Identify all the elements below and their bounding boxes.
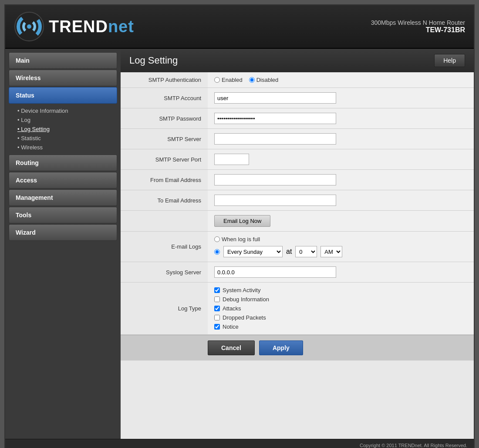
sidebar-item-access[interactable]: Access: [9, 172, 117, 189]
syslog-server-row: Syslog Server: [121, 262, 474, 283]
syslog-server-input[interactable]: [214, 266, 336, 278]
scheduled-send-row: Every Sunday Every Monday Every Tuesday …: [214, 246, 467, 257]
footer: Copyright © 2011 TRENDnet. All Rights Re…: [5, 439, 474, 448]
smtp-account-label: SMTP Account: [121, 88, 208, 108]
hour-select[interactable]: 0123 4567 891011 12131415 16171819 20212…: [295, 246, 317, 257]
dropped-packets-checkbox[interactable]: [214, 315, 220, 320]
sidebar-item-wireless[interactable]: Wireless: [9, 70, 117, 86]
from-email-row: From Email Address: [121, 170, 474, 190]
log-type-label: Log Type: [121, 283, 208, 335]
email-log-now-empty-label: [121, 211, 208, 232]
email-logs-label: E-mail Logs: [121, 232, 208, 262]
email-logs-input-cell: When log is full Every Sunday: [208, 232, 474, 262]
help-button[interactable]: Help: [434, 54, 465, 67]
to-email-input[interactable]: [214, 195, 336, 206]
sidebar-item-main[interactable]: Main: [9, 52, 117, 69]
smtp-account-input[interactable]: [214, 92, 336, 104]
smtp-server-label: SMTP Server: [121, 129, 208, 149]
from-email-input[interactable]: [214, 174, 336, 185]
sidebar-item-tools[interactable]: Tools: [9, 207, 117, 223]
device-name: 300Mbps Wireless N Home Router: [371, 19, 465, 26]
system-activity-label[interactable]: System Activity: [214, 287, 467, 293]
to-email-row: To Email Address: [121, 190, 474, 211]
trendnet-logo-icon: [14, 11, 44, 42]
smtp-auth-enabled-radio[interactable]: [214, 77, 220, 83]
svg-point-3: [27, 24, 31, 29]
system-activity-checkbox[interactable]: [214, 287, 220, 293]
sidebar-sub-device-information[interactable]: • Device Information: [15, 106, 117, 115]
smtp-auth-label: SMTP Authentication: [121, 72, 208, 88]
syslog-server-input-cell: [208, 262, 474, 283]
page-title: Log Setting: [129, 55, 178, 66]
attacks-text: Attacks: [223, 305, 241, 312]
dropped-packets-label[interactable]: Dropped Packets: [214, 314, 467, 321]
syslog-server-label: Syslog Server: [121, 262, 208, 283]
debug-information-text: Debug Information: [223, 296, 269, 303]
sidebar-sub-wireless[interactable]: • Wireless: [15, 143, 117, 152]
to-email-label: To Email Address: [121, 190, 208, 211]
scheduled-radio[interactable]: [214, 249, 220, 255]
content-header: Log Setting Help: [121, 49, 474, 72]
email-log-now-row: Email Log Now: [121, 211, 474, 232]
smtp-auth-radio-group: Enabled Disabled: [214, 77, 467, 83]
log-type-row: Log Type System Activity Debu: [121, 283, 474, 335]
notice-text: Notice: [223, 323, 239, 330]
email-logs-options: When log is full Every Sunday: [214, 236, 467, 257]
sidebar: Main Wireless Status • Device Informatio…: [5, 49, 121, 439]
smtp-password-input[interactable]: [214, 113, 336, 124]
ampm-select[interactable]: AM PM: [320, 246, 342, 257]
system-activity-text: System Activity: [223, 287, 260, 293]
every-sunday-radio-label[interactable]: [214, 249, 220, 255]
sidebar-sub-log[interactable]: • Log: [15, 115, 117, 125]
sidebar-item-wizard[interactable]: Wizard: [9, 224, 117, 241]
smtp-auth-disabled-text: Disabled: [256, 77, 279, 83]
smtp-auth-row: SMTP Authentication Enabled D: [121, 72, 474, 88]
smtp-auth-input-cell: Enabled Disabled: [208, 72, 474, 88]
main-layout: Main Wireless Status • Device Informatio…: [5, 49, 474, 439]
email-logs-row: E-mail Logs When log is full: [121, 232, 474, 262]
settings-table: SMTP Authentication Enabled D: [121, 72, 474, 335]
day-select[interactable]: Every Sunday Every Monday Every Tuesday …: [223, 246, 283, 257]
header: TRENDnet 300Mbps Wireless N Home Router …: [5, 5, 474, 49]
smtp-account-row: SMTP Account: [121, 88, 474, 108]
attacks-checkbox[interactable]: [214, 306, 220, 311]
to-email-input-cell: [208, 190, 474, 211]
at-label: at: [286, 248, 292, 256]
smtp-password-row: SMTP Password: [121, 108, 474, 129]
smtp-password-input-cell: [208, 108, 474, 129]
sidebar-sub-statistic[interactable]: • Statistic: [15, 134, 117, 143]
from-email-input-cell: [208, 170, 474, 190]
debug-information-label[interactable]: Debug Information: [214, 296, 467, 303]
sidebar-status-submenu: • Device Information • Log • Log Setting…: [9, 104, 117, 154]
copyright-text: Copyright © 2011 TRENDnet. All Rights Re…: [360, 443, 467, 448]
smtp-auth-disabled-label[interactable]: Disabled: [249, 77, 279, 83]
brand-name: TRENDnet: [49, 17, 134, 36]
sidebar-item-management[interactable]: Management: [9, 189, 117, 206]
brand-net: net: [108, 17, 134, 36]
form-area: SMTP Authentication Enabled D: [121, 72, 474, 439]
smtp-server-port-input[interactable]: [214, 154, 249, 165]
smtp-server-port-label: SMTP Server Port: [121, 149, 208, 170]
smtp-auth-enabled-label[interactable]: Enabled: [214, 77, 243, 83]
notice-label[interactable]: Notice: [214, 323, 467, 330]
smtp-server-input-cell: [208, 129, 474, 149]
attacks-label[interactable]: Attacks: [214, 305, 467, 312]
notice-checkbox[interactable]: [214, 324, 220, 330]
from-email-label: From Email Address: [121, 170, 208, 190]
log-type-options: System Activity Debug Information Attack…: [214, 287, 467, 330]
smtp-auth-disabled-radio[interactable]: [249, 77, 255, 83]
when-log-full-radio[interactable]: [214, 236, 220, 242]
sidebar-item-routing[interactable]: Routing: [9, 155, 117, 171]
email-log-now-button[interactable]: Email Log Now: [214, 215, 270, 227]
smtp-server-input[interactable]: [214, 133, 336, 145]
sidebar-item-status[interactable]: Status: [9, 87, 117, 104]
smtp-account-input-cell: [208, 88, 474, 108]
cancel-button[interactable]: Cancel: [208, 340, 255, 355]
smtp-server-port-row: SMTP Server Port: [121, 149, 474, 170]
device-model: TEW-731BR: [371, 26, 465, 34]
when-log-full-text: When log is full: [222, 236, 260, 243]
apply-button[interactable]: Apply: [259, 340, 303, 355]
when-log-full-label[interactable]: When log is full: [214, 236, 260, 243]
debug-information-checkbox[interactable]: [214, 296, 220, 302]
sidebar-sub-log-setting[interactable]: • Log Setting: [15, 125, 117, 134]
